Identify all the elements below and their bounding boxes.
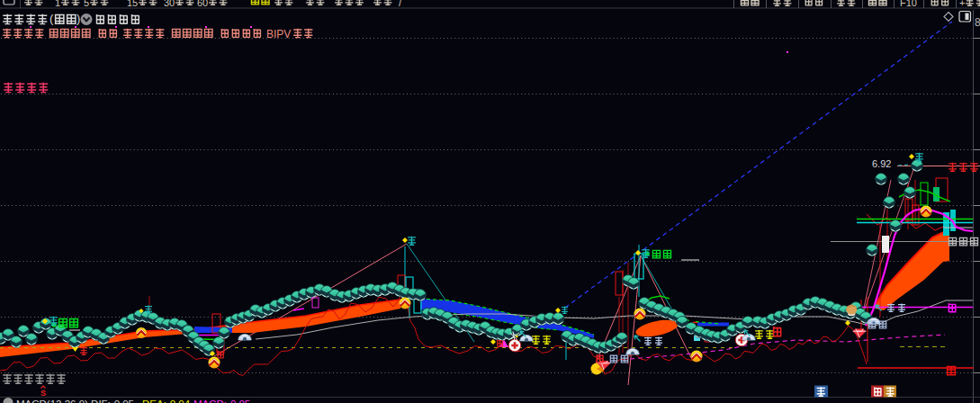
svg-text:F10: F10 bbox=[900, 0, 917, 8]
svg-text:60: 60 bbox=[197, 0, 208, 8]
svg-text:15: 15 bbox=[127, 0, 138, 8]
svg-text:5: 5 bbox=[84, 0, 89, 8]
svg-text:BIPV: BIPV bbox=[266, 28, 291, 40]
svg-text:30: 30 bbox=[164, 0, 175, 8]
svg-text:8: 8 bbox=[975, 16, 980, 29]
svg-text:): ) bbox=[76, 12, 80, 25]
svg-text:MACD:-0.05: MACD:-0.05 bbox=[193, 399, 250, 403]
svg-text:MACD(12,26,9) DIF:-0.05: MACD(12,26,9) DIF:-0.05 bbox=[16, 399, 134, 403]
svg-text:S: S bbox=[40, 389, 46, 398]
svg-text:+: + bbox=[959, 0, 965, 8]
svg-text:1: 1 bbox=[55, 0, 60, 8]
svg-text:(: ( bbox=[49, 12, 54, 25]
svg-text:6.92: 6.92 bbox=[872, 158, 891, 169]
svg-text:DEA:-0.04: DEA:-0.04 bbox=[142, 399, 191, 403]
